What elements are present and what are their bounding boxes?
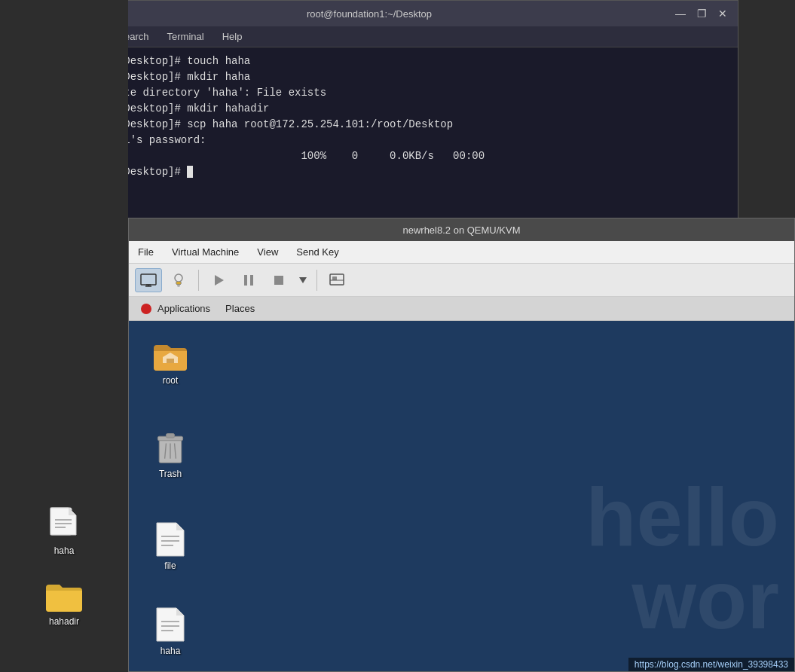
vm-menubar: File Virtual Machine View Send Key: [129, 241, 794, 264]
svg-marker-17: [299, 277, 307, 283]
vm-file-icon: [155, 521, 185, 557]
desktop-icon-hahadir[interactable]: hahadir: [34, 577, 94, 630]
minimize-button[interactable]: —: [671, 5, 690, 23]
vm-topbar: Applications Places: [129, 297, 794, 321]
dropdown-icon: [299, 277, 307, 283]
stop-icon: [272, 273, 286, 287]
vm-icon-file[interactable]: file: [140, 518, 200, 574]
vm-tool-screen[interactable]: [135, 268, 162, 292]
vm-toolbar: [129, 264, 794, 297]
folder-icon: [44, 580, 84, 613]
play-icon: [212, 273, 225, 287]
vm-menu-view[interactable]: View: [254, 245, 281, 259]
svg-marker-30: [176, 523, 184, 530]
close-button[interactable]: ✕: [714, 5, 732, 23]
vm-titlebar: newrhel8.2 on QEMU/KVM: [129, 218, 794, 241]
fullscreen-icon: [329, 273, 345, 288]
hello-watermark: hellowor: [129, 475, 794, 641]
apps-dot: [141, 304, 151, 314]
svg-rect-6: [141, 274, 156, 285]
file-icon: [49, 506, 79, 542]
topbar-places[interactable]: Places: [222, 301, 258, 316]
menu-terminal[interactable]: Terminal: [164, 29, 207, 44]
toolbar-separator-2: [316, 270, 317, 291]
bulb-icon: [171, 272, 186, 289]
applications-label: Applications: [157, 303, 210, 314]
svg-rect-22: [167, 359, 174, 363]
desktop-icon-hahadir-label: hahadir: [49, 616, 79, 627]
vm-icon-file-label: file: [164, 561, 176, 571]
vm-icon-root[interactable]: root: [140, 336, 200, 389]
terminal-controls: — ❐ ✕: [671, 5, 732, 23]
vm-menu-file[interactable]: File: [135, 245, 157, 259]
trash-icon: [154, 429, 187, 466]
vm-tool-stop[interactable]: [265, 268, 292, 292]
svg-rect-14: [244, 275, 247, 286]
vm-window: newrhel8.2 on QEMU/KVM File Virtual Mach…: [128, 218, 795, 672]
vm-icon-trash[interactable]: Trash: [140, 426, 200, 482]
home-folder-icon: [152, 339, 188, 372]
svg-rect-15: [250, 275, 253, 286]
vm-icon-root-label: root: [163, 375, 179, 386]
toolbar-separator-1: [198, 270, 199, 291]
vm-icon-haha[interactable]: haha: [140, 603, 200, 659]
vm-icon-trash-label: Trash: [159, 469, 182, 479]
vm-icon-haha-label: haha: [161, 646, 181, 656]
topbar-applications[interactable]: Applications: [138, 301, 213, 316]
desktop-left: haha hahadir: [0, 0, 128, 672]
pause-icon: [242, 273, 255, 287]
places-label: Places: [225, 303, 255, 314]
menu-help[interactable]: Help: [219, 29, 246, 44]
svg-rect-19: [332, 276, 337, 280]
vm-tool-play[interactable]: [205, 268, 232, 292]
vm-tool-fullscreen[interactable]: [323, 268, 350, 292]
desktop-icon-haha-label: haha: [54, 545, 75, 556]
svg-point-10: [175, 274, 182, 282]
vm-desktop[interactable]: hellowor root: [129, 321, 794, 671]
svg-marker-2: [69, 508, 76, 515]
url-bar: https://blog.csdn.net/weixin_39398433: [628, 658, 794, 671]
svg-rect-16: [274, 276, 283, 285]
vm-haha-icon: [155, 606, 185, 643]
svg-rect-25: [166, 434, 174, 438]
desktop-icon-haha-file[interactable]: haha: [34, 503, 94, 559]
vm-tool-dropdown[interactable]: [295, 268, 310, 292]
svg-marker-13: [215, 275, 224, 286]
maximize-button[interactable]: ❐: [693, 5, 711, 23]
vm-tool-pause[interactable]: [235, 268, 262, 292]
svg-marker-35: [176, 608, 184, 615]
vm-menu-send-key[interactable]: Send Key: [293, 245, 341, 259]
screen-icon: [140, 273, 157, 287]
terminal-title: root@foundation1:~/Desktop: [307, 8, 432, 20]
vm-menu-virtual-machine[interactable]: Virtual Machine: [169, 245, 242, 259]
vm-title: newrhel8.2 on QEMU/KVM: [402, 225, 520, 236]
vm-tool-bulb[interactable]: [165, 268, 192, 292]
